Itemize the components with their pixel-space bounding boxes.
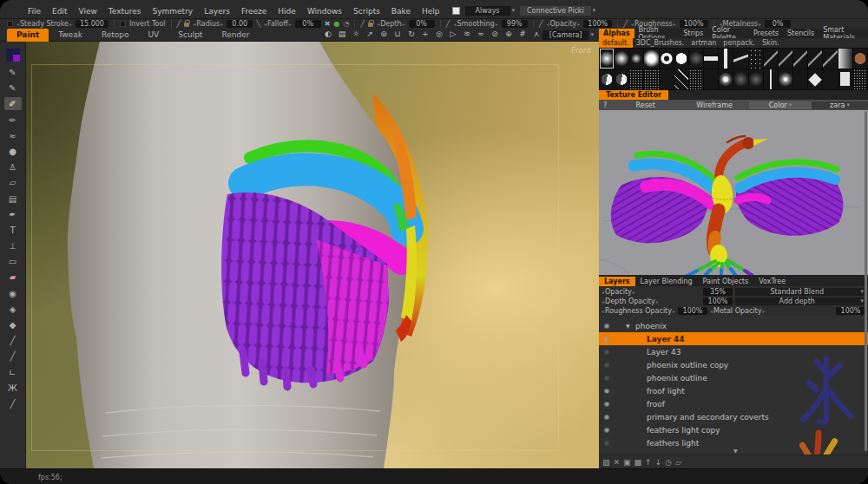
reset-button[interactable]: Reset xyxy=(611,101,680,110)
expand-triangle-icon[interactable]: ▼ xyxy=(626,323,633,329)
workspace-tab[interactable]: Sculpt xyxy=(168,29,212,42)
brush-set-tab[interactable]: 3DC_Brushes. xyxy=(633,38,688,48)
copy-tool-icon[interactable]: ▤ xyxy=(4,193,22,206)
move-icon[interactable]: + xyxy=(420,29,431,38)
menu-item[interactable]: Edit xyxy=(52,7,67,16)
eyedropper-icon[interactable]: ╱ xyxy=(4,334,22,347)
visibility-eye-icon[interactable]: ◉ xyxy=(599,387,615,395)
menu-item[interactable]: Help xyxy=(422,7,440,16)
uvset-dropdown[interactable]: zara ▾ xyxy=(812,101,868,109)
alpha-thumbnail[interactable] xyxy=(704,49,718,69)
phoenix outline copy[interactable]: ◉ ▼ phoenix outline copy xyxy=(599,358,868,371)
pencil2-icon[interactable]: ╱ xyxy=(4,397,22,410)
brush-set-tab[interactable]: Skin. xyxy=(759,38,783,48)
alpha-thumbnail[interactable] xyxy=(719,49,733,69)
pen2-icon[interactable]: ✏ xyxy=(4,114,22,127)
Layer 44[interactable]: ◉ ▼ Layer 44 xyxy=(599,332,868,345)
wave-icon[interactable]: ≋ xyxy=(462,29,472,38)
alpha-thumbnail[interactable] xyxy=(853,49,867,69)
visibility-eye-icon[interactable]: ◉ xyxy=(599,361,615,369)
droplet-icon[interactable]: ⊚ xyxy=(378,29,389,38)
pressure-pen-icon[interactable]: ╲ xyxy=(256,20,260,28)
layer-opacity-value[interactable]: 35% xyxy=(703,288,733,296)
wireframe-button[interactable]: Wireframe xyxy=(680,101,748,110)
blob-icon[interactable]: ● xyxy=(4,145,22,158)
alpha-thumbnail[interactable] xyxy=(600,69,614,89)
phoenix[interactable]: ◉ ▼ phoenix xyxy=(599,319,868,332)
menu-item[interactable]: Symmetry xyxy=(153,7,194,16)
rotate-icon[interactable]: ↻ xyxy=(406,29,417,38)
lock-icon[interactable] xyxy=(184,23,189,27)
froof[interactable]: ◉ ▼ froof xyxy=(599,397,868,410)
alpha-thumbnail[interactable] xyxy=(689,69,703,89)
visibility-eye-icon[interactable]: ◉ xyxy=(599,426,615,434)
alpha-thumbnail[interactable] xyxy=(749,69,763,89)
alpha-thumbnail[interactable] xyxy=(615,49,628,69)
person-icon[interactable]: ⋏ xyxy=(531,29,542,38)
globe-icon[interactable]: ⊕ xyxy=(503,29,514,38)
fold-icon[interactable]: ∟ xyxy=(4,366,22,379)
clone-stamp-icon[interactable]: ⊥ xyxy=(4,239,22,252)
feathers light copy[interactable]: ◉ ▼ feathers light copy xyxy=(599,423,868,436)
froof light[interactable]: ◉ ▼ froof light xyxy=(599,384,868,397)
visibility-eye-icon[interactable]: ◉ xyxy=(599,348,615,356)
invert-tool-checkbox[interactable] xyxy=(120,21,126,27)
visibility-eye-icon[interactable]: ◉ xyxy=(599,322,615,330)
grid-icon[interactable]: # xyxy=(517,29,528,38)
workspace-tab[interactable]: Render xyxy=(212,29,259,42)
duplicate-layer-icon[interactable]: ▣ xyxy=(623,458,631,467)
alpha-thumbnail[interactable] xyxy=(660,49,674,69)
metal-opacity-value[interactable]: 100% xyxy=(836,307,865,315)
depth-value[interactable]: 0% xyxy=(409,20,435,28)
color-swatch-icon[interactable] xyxy=(452,7,460,15)
visibility-eye-icon[interactable]: ◉ xyxy=(599,400,615,408)
viewport-3d[interactable]: Front xyxy=(26,42,599,468)
phoenix outline[interactable]: ◉ ▼ phoenix outline xyxy=(599,371,868,384)
alpha-thumbnail[interactable] xyxy=(674,69,688,89)
pressure-pen-icon[interactable]: ╱ xyxy=(623,20,628,28)
steady-stroke-value[interactable]: 15.000 xyxy=(76,20,108,28)
alpha-thumbnail[interactable] xyxy=(838,69,852,89)
menu-item[interactable]: File xyxy=(28,7,41,16)
green-sphere-icon[interactable]: ● xyxy=(333,20,339,28)
alpha-thumbnail[interactable] xyxy=(764,69,778,89)
roughness-opacity-value[interactable]: 100% xyxy=(678,307,707,315)
blend-mode-dropdown[interactable]: Standard Blend ▾ xyxy=(735,288,865,296)
material-stamp-icon[interactable]: ◆ xyxy=(4,318,22,331)
layers-panel-tab[interactable]: Paint Objects xyxy=(698,277,754,286)
merge-layer-icon[interactable]: ▩ xyxy=(635,458,642,467)
menu-item[interactable]: Bake xyxy=(391,7,411,16)
pressure-pen-icon[interactable]: ╱ xyxy=(360,20,365,28)
new-layer-icon[interactable]: ▧ xyxy=(602,458,610,467)
light-icon[interactable]: ☼ xyxy=(351,29,361,38)
visibility-eye-icon[interactable]: ◉ xyxy=(599,439,615,447)
brush-icon[interactable]: ✎ xyxy=(4,66,22,79)
transform-icon[interactable]: ↗ xyxy=(365,29,375,38)
steady-stroke-checkbox[interactable] xyxy=(7,21,13,27)
alpha-thumbnail[interactable] xyxy=(733,69,747,89)
alpha-thumbnail[interactable] xyxy=(793,69,807,89)
roughness-value[interactable]: 100% xyxy=(680,20,708,28)
menu-item[interactable]: Scripts xyxy=(353,7,380,16)
workspace-tab[interactable]: Paint xyxy=(7,29,49,42)
layers-panel-tab[interactable]: Layers xyxy=(599,277,635,286)
alpha-thumbnail[interactable] xyxy=(779,49,792,69)
alpha-thumbnail[interactable] xyxy=(793,49,807,69)
airbrush-icon[interactable]: ✐ xyxy=(4,97,22,110)
alpha-thumbnail[interactable] xyxy=(808,49,822,69)
workspace-tab[interactable]: Retopo xyxy=(92,29,139,42)
zoom-icon[interactable]: ◎ xyxy=(434,29,444,38)
smudge-icon[interactable]: ≈ xyxy=(4,129,22,142)
metalness-value[interactable]: 0% xyxy=(765,20,791,28)
pressure-pen-icon[interactable]: ╱ xyxy=(539,20,543,28)
alpha-thumbnail[interactable] xyxy=(838,49,852,69)
color-picker-swatch[interactable] xyxy=(6,49,20,62)
alpha-thumbnail[interactable] xyxy=(644,49,658,69)
alpha-thumbnail[interactable] xyxy=(629,49,643,69)
delete-layer-icon[interactable]: ✕ xyxy=(614,458,621,467)
move-down-icon[interactable]: ↓ xyxy=(655,458,662,467)
pressure-pen-icon[interactable]: ╱ xyxy=(446,20,450,28)
curve-icon[interactable]: ✒ xyxy=(4,208,22,221)
alpha-thumbnail[interactable] xyxy=(644,69,658,89)
texture-preview[interactable] xyxy=(599,110,868,276)
